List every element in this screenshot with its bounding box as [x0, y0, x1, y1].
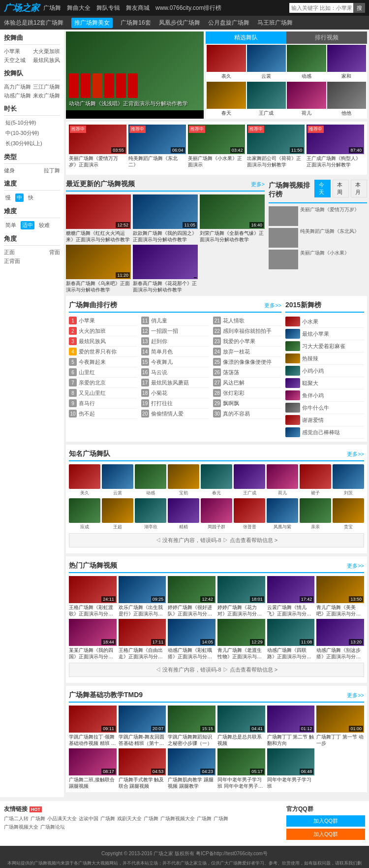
friend-link-7[interactable]: 广场舞视频大全 [160, 815, 195, 822]
chart-item-2-2[interactable]: 23我爱的小苹果 [213, 336, 281, 347]
chart-item-0-5[interactable]: 6山里红 [69, 367, 137, 378]
trending-item-3[interactable]: 家和 [327, 45, 367, 81]
subnav-item-6[interactable]: 马王班广场舞 [257, 19, 293, 27]
top-video-2[interactable]: 推荐中 03:42 美丽广场舞《小水果》正面演示 [188, 125, 246, 168]
teach-item-2[interactable]: 15:15 学跳广场舞舞蹈知识之秘密小步骤（一） [168, 706, 215, 746]
famous-teams-more[interactable]: 更多>> [347, 450, 364, 458]
team-item-1[interactable]: 云裳 [102, 464, 133, 496]
team-item-r2-8[interactable]: 贵宝 [333, 498, 364, 530]
hot-item-r2-5[interactable]: 13:20 动感广场舞《别这步搭》正面演示与分解动作教学 [316, 619, 364, 660]
subnav-item-4[interactable]: 凤凰步伐广场舞 [159, 19, 200, 27]
teach-item-0[interactable]: 09:11 学跳广场舞拉丁·领舞基础动作视频 精班 目录 [69, 706, 117, 746]
team-item-3[interactable]: 宝初 [168, 464, 199, 496]
hot-item-r2-0[interactable]: 18:44 某某广场舞《我的四国》正面演示与分解动作教学 [69, 619, 117, 660]
new-chart-item-6[interactable]: 鱼伴小鸡 [285, 389, 364, 402]
chart-item-0-8[interactable]: 9喜马行 [69, 398, 137, 409]
nav-item-wuqu[interactable]: 舞曲大全 [67, 4, 91, 12]
new-chart-item-3[interactable]: 热辣辣 [285, 353, 364, 365]
subnav-item-3[interactable]: 广场舞16套 [121, 19, 151, 27]
chart-item-0-6[interactable]: 7亲爱的北京 [69, 378, 137, 388]
team-item-r2-5[interactable]: 张普普 [234, 498, 265, 530]
chart-item-2-5[interactable]: 26荡荡荡 [213, 367, 281, 378]
nav-item-guangchang[interactable]: 广场舞 [43, 4, 61, 12]
new-chart-item-2[interactable]: 习大大爱着彩麻雀 [285, 340, 364, 353]
hot-item-3[interactable]: 18:01 婷婷广场舞《花力对》正面演示与分解动作教学 [217, 576, 265, 617]
friend-link-4[interactable]: 广场舞 [100, 815, 115, 822]
hot-item-5[interactable]: 13:50 青儿广场舞《美美吧》正面演示与分解动作教学 [316, 576, 364, 617]
trending-item-4[interactable]: 春天 [207, 82, 246, 118]
top-video-1[interactable]: 推荐中 06:04 纯美舞蹈广场舞《东北二》 [128, 125, 186, 168]
team-item-4[interactable]: 春元 [201, 464, 232, 496]
sidebar-link-sanjiang[interactable]: 三江广场舞 [33, 83, 60, 91]
sidebar-link-tiankong[interactable]: 天空之城 [4, 57, 26, 64]
trending-item-0[interactable]: 表久 [207, 45, 246, 81]
chart-item-1-5[interactable]: 16马云说 [141, 367, 210, 378]
team-item-7[interactable]: 裙子 [300, 464, 331, 496]
chart-item-0-3[interactable]: 4爱的世界只有你 [69, 347, 137, 357]
team-item-6[interactable]: 荷儿 [267, 464, 298, 496]
trending-item-7[interactable]: 他他 [327, 82, 367, 118]
team-item-5[interactable]: 王广成 [234, 464, 265, 496]
chart-item-1-8[interactable]: 19打打往往 [141, 398, 210, 409]
friend-link-5[interactable]: 戏剧天大全 [117, 815, 142, 822]
latest-item-0[interactable]: 12:52 糖糖广场舞《红红火火鸿运来》正面演示与分解动作教学 [66, 194, 131, 243]
chart-item-2-9[interactable]: 30真的不容易 [213, 409, 281, 419]
subnav-item-1[interactable]: 体验总是跳12套广场舞 [4, 19, 63, 27]
trending-tab-teams[interactable]: 精选舞队 [206, 32, 286, 44]
sidebar-option-long[interactable]: 长(30分钟以上) [4, 139, 44, 148]
sidebar-link-jiansheng[interactable]: 健身 [4, 167, 15, 174]
trending-item-6[interactable]: 荷儿 [287, 82, 326, 118]
team-item-2[interactable]: 动感 [135, 464, 166, 496]
trending-item-2[interactable]: 动感 [287, 45, 326, 81]
latest-item-4[interactable]: 新春高广场舞《花花那个》正面演示与分解动作教学 [133, 245, 198, 293]
new-chart-item-4[interactable]: 小鸡小鸡 [285, 365, 364, 377]
chart-item-2-4[interactable]: 25像漂的像像像便便停 [213, 357, 281, 367]
team-item-r2-2[interactable]: 湖亭欣 [135, 498, 166, 530]
chart-item-0-9[interactable]: 10伤不起 [69, 409, 137, 419]
teach-item-r2-2[interactable]: 04:23 广场舞肌肉教学 踢腿视频 踢腿教学 [168, 748, 215, 789]
friend-link-r2-1[interactable]: 广场舞论坛 [40, 824, 65, 831]
sidebar-option-easy[interactable]: 简单 [4, 221, 18, 229]
hot-item-r2-4[interactable]: 11:08 动感广场舞《四联路》正面演示与分解动作教学 [267, 619, 315, 660]
teach-item-1[interactable]: 20:07 学跳广场舞-舞友回圆答基础·精班（第十七盘）踢腿视频 [119, 706, 166, 746]
hot-item-1[interactable]: 09:25 欢乐广场舞《出生我是行》正面演示与分解动作教学 [119, 576, 166, 617]
sidebar-option-mid[interactable]: 中(10-30分钟) [4, 129, 40, 137]
sidebar-option-mid-diff[interactable]: 适中 [21, 221, 34, 229]
teach-item-r2-4[interactable]: 06:48 同年中老年男子学习班 [267, 748, 315, 789]
new-chart-item-8[interactable]: 谢谢爱情 [285, 414, 364, 426]
nav-item-rank[interactable]: www.0766city.com排行榜 [155, 4, 221, 12]
chart-item-0-0[interactable]: 1小苹果 [69, 316, 137, 326]
chart-item-0-1[interactable]: 2火火的加班 [69, 326, 137, 336]
sidebar-link-zuixuan[interactable]: 最炫民族风 [33, 57, 60, 64]
friend-link-0[interactable]: 广场二人转 [4, 815, 29, 822]
chart-item-2-7[interactable]: 28张灯彩彩 [213, 388, 281, 398]
chart-item-1-2[interactable]: 13赶到你 [141, 336, 210, 347]
sidebar-link-latin[interactable]: 拉丁舞 [44, 167, 60, 174]
new-chart-item-7[interactable]: 你牛什么牛 [285, 402, 364, 414]
hot-item-4[interactable]: 17:42 云裳广场舞《情儿飞》正面演示与分解动作教学 [267, 576, 315, 617]
team-item-0[interactable]: 美久 [69, 464, 100, 496]
hot-item-r2-2[interactable]: 14:05 动感广场舞《彩虹哦搭》正面演示与分解动作教学 [168, 619, 215, 660]
sidebar-link-gaoli[interactable]: 高力广场舞 [4, 83, 31, 91]
new-chart-item-5[interactable]: 聪聚大 [285, 377, 364, 389]
chart-more[interactable]: 更多>> [264, 302, 281, 309]
chart-item-2-6[interactable]: 27风达巴解 [213, 378, 281, 388]
latest-item-3[interactable]: 11:20 新春高广场舞《乌来吧》正面演示与分解动作教学 [66, 245, 131, 293]
teach-item-r2-0[interactable]: 08:17 广场舞二班,接触联合 踢腿视频 [69, 748, 117, 789]
featured-video[interactable]: 动动广场舞《浅浅唱》正背面演示与分解动作教学 [66, 32, 204, 119]
teaching-more[interactable]: 更多>> [347, 692, 364, 699]
latest-item-1[interactable]: 11:05 款款舞广场舞《我的四国之》正面演示与分解动作教学 [133, 194, 198, 243]
hot-item-0[interactable]: 24:11 王格广场舞《彩虹渡歌》正面演示与分解动作教学 [69, 576, 117, 617]
chart-item-1-7[interactable]: 18小菊花 [141, 388, 210, 398]
sidebar-link-dahuo[interactable]: 大火栗加班 [33, 48, 60, 55]
rank-tab-month[interactable]: 本月 [351, 180, 367, 197]
new-chart-item-1[interactable]: 最炫小苹果 [285, 328, 364, 340]
sidebar-link-front[interactable]: 正面 [4, 249, 15, 256]
new-chart-item-0[interactable]: 小水果 [285, 316, 364, 328]
friend-link-6[interactable]: 广场舞 [144, 815, 158, 822]
friend-link-2[interactable]: 小品满天大全 [47, 815, 77, 822]
chart-item-0-2[interactable]: 3最炫民族风 [69, 336, 137, 347]
chart-item-1-1[interactable]: 12一招跟一招 [141, 326, 210, 336]
top-video-4[interactable]: 推荐中 87:40 王广成广场舞《狗型人》正面演示与分解教学 [307, 125, 364, 168]
sidebar-link-xiaopingguo[interactable]: 小苹果 [4, 48, 20, 55]
